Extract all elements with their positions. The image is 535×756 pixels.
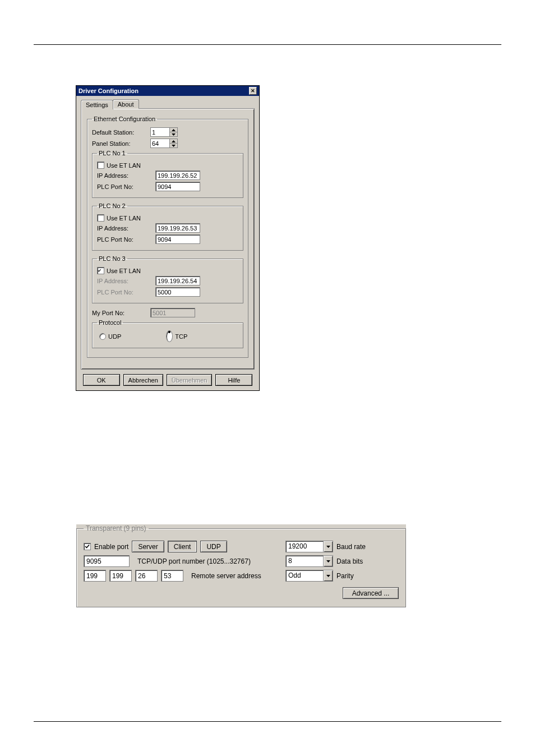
plc2-group: PLC No 2 Use ET LAN IP Address: PLC Port… bbox=[92, 202, 243, 251]
enable-port-checkbox[interactable] bbox=[84, 543, 91, 550]
panel-station-label: Panel Station: bbox=[92, 140, 150, 147]
tab-settings[interactable]: Settings bbox=[81, 100, 113, 109]
panel-station-input[interactable] bbox=[150, 139, 169, 148]
protocol-group: Protocol UDP TCP bbox=[92, 319, 243, 348]
spin-down-icon[interactable] bbox=[170, 144, 177, 147]
plc3-group: PLC No 3 Use ET LAN IP Address: PLC Port… bbox=[92, 255, 243, 303]
ok-button[interactable]: OK bbox=[83, 374, 120, 386]
svg-marker-1 bbox=[172, 133, 176, 136]
transparent-panel: Transparent (9 pins) Enable port Server … bbox=[76, 524, 406, 607]
svg-marker-5 bbox=[326, 560, 330, 563]
plc1-use-etlan-checkbox[interactable] bbox=[97, 162, 104, 169]
cancel-button[interactable]: Abbrechen bbox=[123, 374, 163, 386]
plc3-ip-input[interactable] bbox=[155, 276, 200, 285]
tcp-port-hint: TCP/UDP port number (1025...32767) bbox=[137, 557, 251, 565]
apply-button: Übernehmen bbox=[167, 374, 213, 386]
default-station-label: Default Station: bbox=[92, 129, 150, 136]
default-station-spinner[interactable] bbox=[150, 127, 178, 137]
tcp-port-input[interactable] bbox=[84, 555, 130, 567]
plc2-ip-input[interactable] bbox=[155, 223, 200, 233]
panel-station-spinner[interactable] bbox=[150, 139, 178, 148]
databits-select[interactable]: 8 bbox=[285, 555, 333, 567]
tab-about[interactable]: About bbox=[113, 99, 139, 109]
tab-row: Settings About bbox=[81, 99, 255, 109]
spin-down-icon[interactable] bbox=[170, 132, 177, 136]
plc1-use-etlan-label: Use ET LAN bbox=[107, 162, 141, 169]
svg-marker-2 bbox=[172, 140, 176, 142]
plc3-use-etlan-label: Use ET LAN bbox=[107, 268, 141, 274]
remote-ip-b[interactable] bbox=[109, 570, 132, 582]
dialog-button-row: OK Abbrechen Übernehmen Hilfe bbox=[76, 370, 259, 390]
page-header bbox=[34, 0, 501, 45]
chevron-down-icon[interactable] bbox=[324, 541, 333, 552]
plc1-ip-input[interactable] bbox=[155, 170, 200, 180]
parity-label: Parity bbox=[336, 572, 354, 580]
protocol-legend: Protocol bbox=[97, 319, 123, 326]
plc1-ip-label: IP Address: bbox=[97, 172, 155, 179]
protocol-udp-label: UDP bbox=[108, 333, 121, 340]
my-port-input bbox=[150, 308, 195, 317]
remote-ip-a[interactable] bbox=[84, 570, 106, 582]
parity-value: Odd bbox=[285, 570, 324, 582]
chevron-down-icon[interactable] bbox=[324, 570, 333, 582]
plc2-port-input[interactable] bbox=[155, 234, 200, 244]
plc1-port-label: PLC Port No: bbox=[97, 183, 155, 190]
baud-label: Baud rate bbox=[336, 543, 366, 551]
baud-select[interactable]: 19200 bbox=[285, 541, 333, 552]
protocol-udp-radio[interactable] bbox=[99, 333, 106, 340]
titlebar: Driver Configuration ✕ bbox=[76, 86, 259, 96]
plc2-legend: PLC No 2 bbox=[97, 202, 127, 209]
ethernet-configuration-group: Ethernet Configuration Default Station: … bbox=[87, 116, 248, 358]
svg-marker-6 bbox=[326, 575, 330, 577]
plc1-legend: PLC No 1 bbox=[97, 150, 127, 156]
page-footer bbox=[34, 721, 501, 722]
remote-ip-d[interactable] bbox=[161, 570, 183, 582]
plc3-port-label: PLC Port No: bbox=[97, 289, 155, 296]
help-button[interactable]: Hilfe bbox=[215, 374, 252, 386]
plc3-ip-label: IP Address: bbox=[97, 278, 155, 284]
plc2-use-etlan-label: Use ET LAN bbox=[107, 215, 141, 222]
plc1-group: PLC No 1 Use ET LAN IP Address: PLC Port… bbox=[92, 150, 243, 198]
my-port-label: My Port No: bbox=[92, 310, 150, 316]
transparent-group: Transparent (9 pins) Enable port Server … bbox=[76, 524, 406, 607]
svg-marker-0 bbox=[172, 129, 176, 131]
driver-configuration-dialog: Driver Configuration ✕ Settings About Et… bbox=[76, 85, 260, 391]
svg-marker-3 bbox=[172, 145, 176, 147]
remote-server-label: Remote server address bbox=[191, 572, 261, 580]
enable-port-label: Enable port bbox=[94, 543, 128, 551]
ethernet-legend: Ethernet Configuration bbox=[92, 116, 157, 122]
client-button[interactable]: Client bbox=[168, 541, 197, 552]
spin-up-icon[interactable] bbox=[170, 128, 177, 132]
udp-button[interactable]: UDP bbox=[200, 541, 227, 552]
plc2-port-label: PLC Port No: bbox=[97, 236, 155, 243]
spin-up-icon[interactable] bbox=[170, 139, 177, 144]
plc2-ip-label: IP Address: bbox=[97, 225, 155, 232]
window-title: Driver Configuration bbox=[79, 87, 249, 94]
server-button[interactable]: Server bbox=[132, 541, 164, 552]
default-station-input[interactable] bbox=[150, 127, 169, 137]
parity-select[interactable]: Odd bbox=[285, 570, 333, 582]
databits-value: 8 bbox=[285, 555, 324, 567]
baud-value: 19200 bbox=[285, 541, 324, 552]
plc2-use-etlan-checkbox[interactable] bbox=[97, 214, 104, 222]
settings-panel: Ethernet Configuration Default Station: … bbox=[81, 108, 255, 370]
transparent-legend: Transparent (9 pins) bbox=[84, 524, 149, 532]
plc3-legend: PLC No 3 bbox=[97, 255, 127, 262]
close-icon[interactable]: ✕ bbox=[249, 87, 257, 95]
plc3-port-input[interactable] bbox=[155, 287, 200, 297]
chevron-down-icon[interactable] bbox=[324, 555, 333, 567]
remote-ip-c[interactable] bbox=[135, 570, 158, 582]
plc1-port-input[interactable] bbox=[155, 182, 200, 191]
svg-marker-4 bbox=[326, 546, 330, 548]
protocol-tcp-label: TCP bbox=[175, 333, 187, 340]
advanced-button[interactable]: Advanced ... bbox=[343, 587, 399, 599]
databits-label: Data bits bbox=[336, 557, 363, 565]
protocol-tcp-radio[interactable] bbox=[166, 330, 173, 342]
plc3-use-etlan-checkbox[interactable] bbox=[97, 267, 104, 274]
